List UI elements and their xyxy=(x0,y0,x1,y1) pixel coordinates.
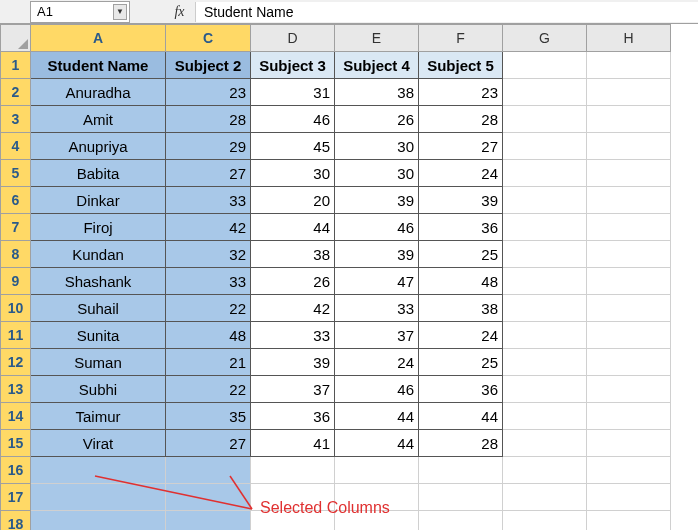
column-header-F[interactable]: F xyxy=(419,25,503,52)
cell-subject2[interactable]: 42 xyxy=(166,214,251,241)
column-header-E[interactable]: E xyxy=(335,25,419,52)
cell[interactable] xyxy=(587,484,671,511)
cell-value[interactable]: 31 xyxy=(251,79,335,106)
cell[interactable] xyxy=(419,484,503,511)
cell[interactable] xyxy=(587,349,671,376)
cell[interactable] xyxy=(251,457,335,484)
fx-button[interactable]: fx xyxy=(170,2,196,22)
cell-value[interactable]: 28 xyxy=(419,430,503,457)
name-box-dropdown[interactable]: ▼ xyxy=(113,4,127,20)
cell[interactable] xyxy=(503,187,587,214)
row-header[interactable]: 10 xyxy=(1,295,31,322)
cell-value[interactable]: 39 xyxy=(251,349,335,376)
cell[interactable] xyxy=(587,52,671,79)
cell-value[interactable]: 38 xyxy=(251,241,335,268)
cell[interactable] xyxy=(587,187,671,214)
cell[interactable] xyxy=(503,268,587,295)
row-header[interactable]: 13 xyxy=(1,376,31,403)
cell-value[interactable]: 47 xyxy=(335,268,419,295)
cell[interactable] xyxy=(31,484,166,511)
formula-input[interactable]: Student Name xyxy=(196,2,698,22)
cell-student-name[interactable]: Subhi xyxy=(31,376,166,403)
cell[interactable] xyxy=(503,295,587,322)
cell-student-name[interactable]: Taimur xyxy=(31,403,166,430)
cell-subject2[interactable]: 27 xyxy=(166,160,251,187)
name-box[interactable]: A1 ▼ xyxy=(30,1,130,23)
cell[interactable] xyxy=(587,133,671,160)
cell[interactable] xyxy=(587,322,671,349)
cell-subject2[interactable]: 35 xyxy=(166,403,251,430)
cell[interactable] xyxy=(166,484,251,511)
cell-value[interactable]: 26 xyxy=(335,106,419,133)
cell[interactable] xyxy=(503,511,587,531)
cell[interactable] xyxy=(587,160,671,187)
cell-value[interactable]: 24 xyxy=(419,322,503,349)
row-header[interactable]: 6 xyxy=(1,187,31,214)
cell-value[interactable]: 26 xyxy=(251,268,335,295)
cell-header[interactable]: Subject 5 xyxy=(419,52,503,79)
column-header-A[interactable]: A xyxy=(31,25,166,52)
cell-value[interactable]: 24 xyxy=(335,349,419,376)
cell-subject2[interactable]: 22 xyxy=(166,295,251,322)
cell-header[interactable]: Subject 3 xyxy=(251,52,335,79)
column-header-G[interactable]: G xyxy=(503,25,587,52)
cell[interactable] xyxy=(587,403,671,430)
cell-student-name[interactable]: Dinkar xyxy=(31,187,166,214)
cell[interactable] xyxy=(31,457,166,484)
cell-student-name[interactable]: Shashank xyxy=(31,268,166,295)
cell-value[interactable]: 36 xyxy=(251,403,335,430)
cell-student-name[interactable]: Suman xyxy=(31,349,166,376)
cell[interactable] xyxy=(503,484,587,511)
cell[interactable] xyxy=(587,268,671,295)
cell-student-name[interactable]: Firoj xyxy=(31,214,166,241)
cell[interactable] xyxy=(419,457,503,484)
cell[interactable] xyxy=(166,511,251,531)
cell[interactable] xyxy=(419,511,503,531)
row-header[interactable]: 14 xyxy=(1,403,31,430)
row-header[interactable]: 4 xyxy=(1,133,31,160)
row-header[interactable]: 18 xyxy=(1,511,31,531)
cell-value[interactable]: 45 xyxy=(251,133,335,160)
cell-value[interactable]: 44 xyxy=(419,403,503,430)
cell-value[interactable]: 36 xyxy=(419,214,503,241)
cell-student-name[interactable]: Kundan xyxy=(31,241,166,268)
cell-student-name[interactable]: Anuradha xyxy=(31,79,166,106)
cell[interactable] xyxy=(335,457,419,484)
cell[interactable] xyxy=(503,52,587,79)
cell[interactable] xyxy=(503,133,587,160)
row-header[interactable]: 17 xyxy=(1,484,31,511)
cell[interactable] xyxy=(587,511,671,531)
cell-value[interactable]: 33 xyxy=(251,322,335,349)
cell-subject2[interactable]: 33 xyxy=(166,268,251,295)
cell-student-name[interactable]: Amit xyxy=(31,106,166,133)
column-header-D[interactable]: D xyxy=(251,25,335,52)
column-header-H[interactable]: H xyxy=(587,25,671,52)
cell-header-subject2[interactable]: Subject 2 xyxy=(166,52,251,79)
cell-value[interactable]: 39 xyxy=(335,241,419,268)
cell-value[interactable]: 48 xyxy=(419,268,503,295)
cell[interactable] xyxy=(587,457,671,484)
cell[interactable] xyxy=(503,322,587,349)
cell-value[interactable]: 30 xyxy=(335,133,419,160)
cell-value[interactable]: 25 xyxy=(419,349,503,376)
cell[interactable] xyxy=(503,349,587,376)
row-header[interactable]: 12 xyxy=(1,349,31,376)
cell[interactable] xyxy=(587,106,671,133)
cell-value[interactable]: 42 xyxy=(251,295,335,322)
row-header[interactable]: 1 xyxy=(1,52,31,79)
cell-subject2[interactable]: 21 xyxy=(166,349,251,376)
cell-value[interactable]: 30 xyxy=(335,160,419,187)
cell[interactable] xyxy=(587,295,671,322)
cell-value[interactable]: 46 xyxy=(335,376,419,403)
cell-subject2[interactable]: 33 xyxy=(166,187,251,214)
cell-value[interactable]: 39 xyxy=(419,187,503,214)
cell[interactable] xyxy=(166,457,251,484)
cell-subject2[interactable]: 23 xyxy=(166,79,251,106)
cell[interactable] xyxy=(503,214,587,241)
cell-student-name[interactable]: Virat xyxy=(31,430,166,457)
cell-value[interactable]: 38 xyxy=(419,295,503,322)
cell-value[interactable]: 33 xyxy=(335,295,419,322)
cell-value[interactable]: 46 xyxy=(335,214,419,241)
cell-student-name[interactable]: Sunita xyxy=(31,322,166,349)
row-header[interactable]: 16 xyxy=(1,457,31,484)
